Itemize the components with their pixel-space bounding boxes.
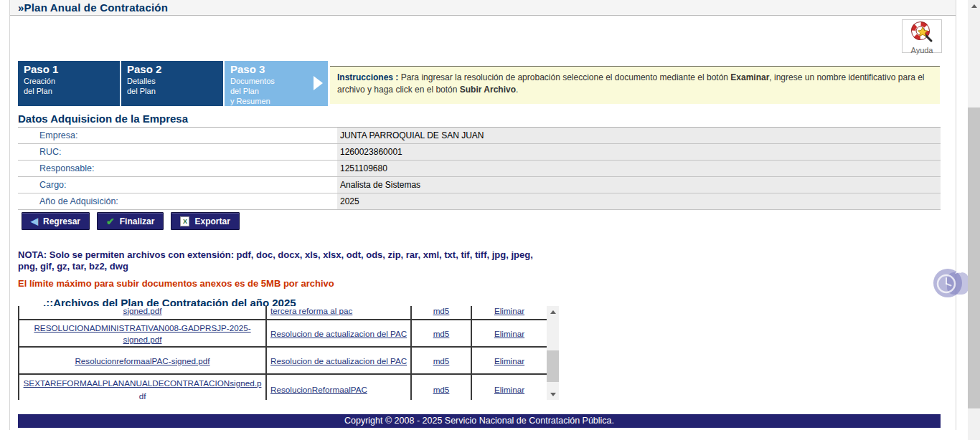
file-link-cell: RESOLUCIONADMINISTRATIVAN008-GADPRSJP-20… [19,320,266,347]
file-link[interactable]: RESOLUCIONADMINISTRATIVAN008-GADPRSJP-20… [34,323,250,344]
delete-link[interactable]: Eliminar [494,356,524,365]
field-label: RUC: [18,144,337,160]
finish-button[interactable]: ✔ Finalizar [97,212,164,230]
page-title: »Plan Anual de Contratación [18,1,168,14]
file-link[interactable]: SEXTAREFORMAALPLANANUALDECONTRATACIONsig… [24,378,262,400]
md5-link[interactable]: md5 [433,356,450,365]
step-1-line: del Plan [24,86,120,96]
instructions-text: Para ingresar la resolución de aprobació… [398,72,730,82]
field-label: Responsable: [18,161,337,176]
copyright-text: Copyright © 2008 - 2025 Servicio Naciona… [344,416,614,426]
clock-icon [933,266,970,302]
company-data-row: Empresa:JUNTA PARROQUIAL DE SAN JUAN [18,128,941,144]
field-value: 2025 [337,193,941,209]
instructions-examinar: Examinar [730,72,769,82]
step-arrow-icon [314,76,323,90]
scroll-up-icon[interactable] [968,0,980,11]
field-value: Analista de Sistemas [337,177,941,193]
field-label: Cargo: [18,177,337,193]
step-2-title: Paso 2 [127,63,223,75]
company-data-row: RUC:1260023860001 [18,144,941,161]
file-link[interactable]: ResolucionreformaalPAC-signed.pdf [75,356,209,365]
field-value: 1260023860001 [337,144,941,160]
step-3-active[interactable]: Paso 3 Documentos del Plan y Resumen [225,61,328,106]
company-section-title: Datos Adquisicion de la Empresa [18,113,188,125]
help-button[interactable]: Ayuda [902,19,942,53]
footer-bar: Copyright © 2008 - 2025 Servicio Naciona… [18,414,941,428]
instructions-subir-archivo: Subir Archivo [460,85,516,95]
browser-scrollbar-thumb[interactable] [968,107,980,408]
delete-link-cell: Eliminar [471,347,547,374]
extensions-note: NOTA: Solo se permiten archivos con exte… [18,249,552,272]
step-3-line: y Resumen [230,96,328,106]
instructions-label: Instrucciones : [337,72,398,82]
excel-icon: X [180,216,189,226]
finish-button-label: Finalizar [120,216,155,226]
step-1-title: Paso 1 [24,63,120,75]
company-data-row: Responsable:1251109680 [18,161,941,177]
file-description-link-cell: Resolucion de actualizacion del PAC [266,320,411,347]
files-scrollbar-thumb[interactable] [547,350,559,382]
step-2[interactable]: Paso 2 Detalles del Plan [121,61,223,106]
file-description-link-cell: Resolucion de actualizacion del PAC [266,347,411,374]
company-table: Empresa:JUNTA PARROQUIAL DE SAN JUANRUC:… [18,127,941,210]
field-label: Año de Adquisición: [18,193,337,209]
file-row: ResolucionreformaalPAC-signed.pdfResoluc… [19,347,547,374]
delete-link-cell: Eliminar [471,374,547,400]
field-value: 1251109680 [337,161,941,176]
md5-link[interactable]: md5 [433,385,450,394]
field-value: JUNTA PARROQUIAL DE SAN JUAN [337,128,941,143]
file-link[interactable]: signed.pdf [123,306,162,315]
wizard-steps: Paso 1 Creación del Plan Paso 2 Detalles… [18,61,329,106]
file-description-link-cell: ResolucionReformaalPAC [266,374,411,400]
green-check-icon: ✔ [106,216,115,226]
company-data-row: Año de Adquisición:2025 [18,193,941,210]
files-scroll-area: signed.pdftercera reforma al pacmd5Elimi… [18,306,559,400]
export-button-label: Exportar [194,216,230,226]
file-link-cell: ResolucionreformaalPAC-signed.pdf [19,347,266,374]
help-label: Ayuda [903,46,941,54]
md5-link-cell: md5 [411,374,471,400]
file-row: RESOLUCIONADMINISTRATIVAN008-GADPRSJP-20… [19,320,547,347]
delete-link[interactable]: Eliminar [494,385,524,394]
scroll-up-icon[interactable] [547,306,559,317]
delete-link-cell: Eliminar [471,320,547,347]
file-description-link[interactable]: ResolucionReformaalPAC [270,385,367,394]
page: »Plan Anual de Contratación Ayuda Paso 1… [0,0,980,440]
action-buttons: ◀ Regresar ✔ Finalizar X Exportar [22,212,240,230]
left-arrow-icon: ◀ [31,216,38,226]
lifebuoy-wand-icon [910,34,934,46]
export-button[interactable]: X Exportar [171,212,239,230]
floating-clock-widget[interactable] [933,266,970,302]
files-table-body: signed.pdftercera reforma al pacmd5Elimi… [19,306,547,400]
scroll-down-icon[interactable] [547,388,559,400]
md5-link-cell: md5 [411,347,471,374]
delete-link-cell: Eliminar [471,306,547,320]
back-button-label: Regresar [43,216,80,226]
page-right-border [956,0,956,430]
instructions-text: . [516,85,518,95]
company-data-row: Cargo:Analista de Sistemas [18,177,941,193]
step-2-line: del Plan [127,86,223,96]
step-1-line: Creación [24,76,120,86]
file-description-link[interactable]: tercera reforma al pac [270,306,352,315]
md5-link[interactable]: md5 [433,329,450,338]
step-3-title: Paso 3 [230,63,328,75]
delete-link[interactable]: Eliminar [494,329,524,338]
file-description-link-cell: tercera reforma al pac [266,306,411,320]
page-left-border [9,0,10,430]
md5-link[interactable]: md5 [433,306,450,315]
file-row: SEXTAREFORMAALPLANANUALDECONTRATACIONsig… [19,374,547,400]
delete-link[interactable]: Eliminar [494,306,524,315]
files-clip: signed.pdftercera reforma al pacmd5Elimi… [18,306,547,400]
files-scrollbar[interactable] [547,306,559,400]
step-1[interactable]: Paso 1 Creación del Plan [18,61,120,106]
step-2-line: Detalles [127,76,223,86]
browser-scrollbar[interactable] [968,0,980,440]
file-description-link[interactable]: Resolucion de actualizacion del PAC [270,356,407,365]
files-table: signed.pdftercera reforma al pacmd5Elimi… [18,306,547,400]
size-limit-note: El límite máximo para subir documentos a… [18,278,334,289]
file-description-link[interactable]: Resolucion de actualizacion del PAC [270,329,407,338]
page-title-bar: »Plan Anual de Contratación [10,0,956,16]
back-button[interactable]: ◀ Regresar [22,212,90,230]
